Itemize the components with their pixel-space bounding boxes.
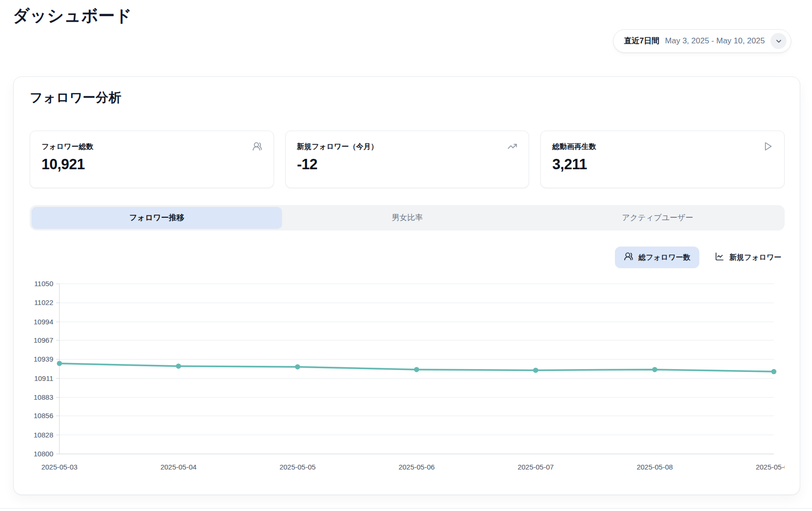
x-tick-label: 2025-05-08 [637,463,673,471]
x-tick-label: 2025-05-09 [756,463,785,471]
chevron-down-icon [771,33,787,49]
stat-value: -12 [297,156,518,173]
stat-value: 10,921 [41,156,262,173]
section-title: フォロワー分析 [30,89,122,106]
tab-label: フォロワー推移 [129,213,184,223]
x-tick-label: 2025-05-07 [518,463,554,471]
y-tick-label: 10994 [33,318,53,326]
data-point [57,361,62,366]
date-range-value: May 3, 2025 - May 10, 2025 [665,36,765,46]
tab-bar: フォロワー推移 男女比率 アクティブユーザー [30,205,785,231]
play-icon [763,141,773,153]
tab-label: アクティブユーザー [622,213,693,223]
page-title: ダッシュボード [13,5,132,27]
tab-active-users[interactable]: アクティブユーザー [532,207,783,229]
users-icon [624,252,633,263]
data-point [652,367,657,372]
y-tick-label: 11022 [34,298,53,306]
follower-analytics-panel: フォロワー分析 フォロワー総数 10,921 新規フォロワー（今月） -12 総… [13,76,800,495]
series-toggle-total-followers[interactable]: 総フォロワー数 [615,247,699,268]
chart-line-icon [715,252,724,263]
data-point [295,364,300,370]
x-tick-label: 2025-05-06 [398,463,435,471]
stat-cards-row: フォロワー総数 10,921 新規フォロワー（今月） -12 総動画再生数 3,… [30,131,785,188]
y-tick-label: 10856 [33,412,53,420]
x-tick-label: 2025-05-03 [41,463,78,471]
y-tick-label: 10967 [33,336,53,344]
y-tick-label: 10883 [33,393,53,401]
series-toggle-label: 総フォロワー数 [638,253,690,263]
y-tick-label: 10911 [34,374,53,382]
data-point [176,363,181,369]
stat-label: 新規フォロワー（今月） [297,142,518,152]
users-icon [252,141,262,153]
stat-card-total-followers: フォロワー総数 10,921 [30,131,274,188]
y-tick-label: 10800 [33,450,53,458]
stat-card-new-followers: 新規フォロワー（今月） -12 [285,131,530,188]
stat-label: フォロワー総数 [41,142,262,152]
data-point [533,368,539,373]
date-range-button[interactable]: 直近7日間 May 3, 2025 - May 10, 2025 [613,29,791,53]
bottom-divider [0,508,812,509]
tab-follower-trend[interactable]: フォロワー推移 [32,207,282,229]
series-toggle-new-followers[interactable]: 新規フォロワー [706,247,790,268]
series-toggle-label: 新規フォロワー [729,253,781,263]
y-tick-label: 10939 [33,355,53,363]
y-tick-label: 10828 [33,431,53,439]
series-toggle-row: 総フォロワー数 新規フォロワー [615,247,790,268]
trending-up-icon [507,141,517,153]
stat-label: 総動画再生数 [552,142,773,152]
y-tick-label: 11050 [34,280,53,288]
stat-value: 3,211 [552,156,773,173]
tab-label: 男女比率 [392,213,423,223]
date-range-label: 直近7日間 [624,36,659,46]
x-tick-label: 2025-05-04 [160,463,197,471]
chart-area: 1105011022109941096710939109111088310856… [30,274,785,481]
tab-gender-ratio[interactable]: 男女比率 [282,207,532,229]
data-point [771,369,777,374]
follower-line-chart: 1105011022109941096710939109111088310856… [30,274,785,481]
data-point [414,367,419,372]
stat-card-total-video-views: 総動画再生数 3,211 [540,131,785,188]
x-tick-label: 2025-05-05 [280,463,316,471]
page-root: ダッシュボード 直近7日間 May 3, 2025 - May 10, 2025… [0,0,812,511]
